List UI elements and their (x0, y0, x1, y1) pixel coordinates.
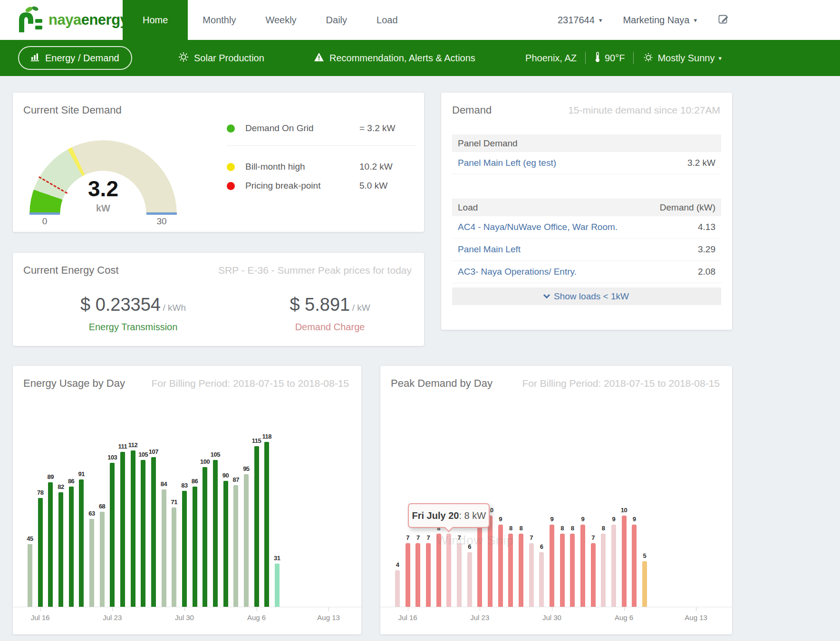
tab-monthly[interactable]: Monthly (188, 0, 251, 40)
bar-jul-26[interactable] (141, 460, 145, 607)
tab-weekly[interactable]: Weekly (251, 0, 311, 40)
bar-jul-30[interactable] (550, 525, 554, 607)
weather-dropdown[interactable]: Mostly Sunny ▾ (642, 52, 722, 65)
axis-tick-label: Aug 6 (247, 613, 266, 622)
nayaenergy-logo-icon[interactable] (16, 6, 45, 34)
bar-aug-6[interactable] (622, 516, 627, 607)
load-link[interactable]: AC4 - Naya/NuWave Office, War Room. (458, 222, 618, 232)
bar-jul-29[interactable] (539, 552, 544, 607)
bar-jul-21[interactable] (457, 543, 462, 607)
bar-jul-15[interactable] (28, 544, 32, 607)
site-id-dropdown[interactable]: 2317644 ▾ (558, 15, 602, 26)
billing-period-subtitle: For Billing Period: 2018-07-15 to 2018-0… (151, 378, 349, 389)
legend-row-bill-month-high: Bill-month high 10.2 kW (227, 157, 416, 176)
tab-load[interactable]: Load (362, 0, 413, 40)
bar-jul-19[interactable] (69, 487, 74, 607)
rate-plan-subtitle: SRP - E-36 - Summer Peak prices for toda… (218, 265, 412, 276)
bar-aug-3[interactable] (223, 481, 228, 607)
bar-aug-5[interactable] (611, 525, 616, 607)
axis-tick-label: Aug 13 (685, 613, 707, 622)
bar-jul-17[interactable] (415, 543, 420, 607)
bar-jul-18[interactable] (58, 492, 63, 607)
bar-value-label: 68 (94, 503, 111, 510)
tab-home[interactable]: Home (123, 0, 188, 40)
bar-jul-31[interactable] (193, 487, 197, 607)
bar-aug-8[interactable] (275, 564, 280, 607)
location-label: Phoenix, AZ (525, 53, 577, 64)
bar-jul-25[interactable] (131, 450, 135, 607)
bar-aug-4[interactable] (233, 485, 238, 607)
bar-jul-15[interactable] (395, 570, 400, 607)
bar-aug-4[interactable] (601, 534, 606, 607)
bar-aug-2[interactable] (213, 460, 218, 607)
panel-value: 3.2 kW (687, 158, 715, 168)
bar-aug-1[interactable] (203, 467, 207, 607)
axis-tick-label: Aug 13 (317, 613, 340, 622)
tooltip-value: : 8 kW (459, 510, 486, 521)
bar-value-label: 118 (258, 433, 275, 440)
bar-value-label: 7 (523, 534, 540, 541)
bar-jul-27[interactable] (151, 457, 156, 607)
chevron-down-icon: ▾ (718, 55, 722, 62)
panel-link[interactable]: Panel Main Left (eg test) (458, 158, 556, 168)
axis-tick (257, 607, 257, 611)
bar-value-label: 87 (227, 476, 244, 483)
subnav-item-recommendations[interactable]: Recommendation, Alerts & Actions (314, 40, 475, 76)
subnav-item-energy-demand[interactable]: Energy / Demand (18, 46, 132, 70)
show-loads-button[interactable]: Show loads < 1kW (452, 287, 721, 305)
bar-jul-16[interactable] (406, 543, 410, 607)
legend-row-demand-on-grid: Demand On Grid = 3.2 kW (227, 119, 416, 138)
red-dot-icon (227, 182, 235, 190)
bar-aug-6[interactable] (254, 446, 259, 607)
demand-list-card: Demand 15-minute demand since 10:27AM Pa… (441, 93, 732, 330)
load-link[interactable]: Panel Main Left (458, 244, 521, 255)
edit-icon[interactable] (718, 13, 729, 27)
bar-jul-22[interactable] (467, 552, 472, 607)
bar-value-label: 5 (636, 552, 653, 559)
account-dropdown[interactable]: Marketing Naya ▾ (623, 15, 697, 26)
screenshot-watermark: Window Snip (436, 533, 514, 548)
bar-jul-20[interactable] (79, 479, 84, 607)
bar-jul-28[interactable] (529, 543, 534, 607)
bar-jul-24[interactable] (120, 452, 125, 607)
panel-demand-header: Panel Demand (452, 134, 721, 152)
bar-jul-16[interactable] (38, 498, 43, 607)
bar-jul-22[interactable] (100, 512, 105, 607)
tab-daily[interactable]: Daily (311, 0, 362, 40)
axis-tick (624, 607, 625, 611)
bar-aug-1[interactable] (570, 534, 575, 607)
bar-jul-28[interactable] (162, 489, 166, 607)
bar-jul-27[interactable] (519, 534, 523, 607)
bar-jul-23[interactable] (477, 516, 482, 607)
energy-usage-plot: 4578898286916368103111112105107847183861… (13, 366, 361, 607)
load-link[interactable]: AC3- Naya Operations/ Entry. (458, 267, 577, 277)
bar-aug-8[interactable] (642, 561, 647, 607)
bar-jul-17[interactable] (48, 482, 53, 607)
bar-jul-29[interactable] (172, 507, 176, 607)
bar-aug-3[interactable] (591, 543, 596, 607)
brand-name[interactable]: nayaenergy (48, 0, 128, 40)
temperature-label: 90°F (605, 53, 625, 64)
bar-aug-5[interactable] (244, 474, 249, 607)
subnav-item-solar-production[interactable]: Solar Production (178, 40, 264, 76)
bar-jul-31[interactable] (560, 534, 565, 607)
bar-jul-24[interactable] (488, 516, 492, 607)
bar-jul-23[interactable] (110, 463, 115, 607)
energy-usage-xaxis: Jul 16Jul 23Jul 30Aug 6Aug 13 (13, 607, 361, 628)
bar-jul-30[interactable] (182, 491, 187, 607)
gauge-base-strip (29, 212, 60, 215)
bar-value-label: 105 (207, 451, 224, 458)
gauge-min-label: 0 (29, 216, 60, 227)
bar-aug-7[interactable] (632, 525, 637, 607)
legend-row-pricing-breakpoint: Pricing break-point 5.0 kW (227, 176, 416, 195)
sun-icon (178, 52, 189, 65)
bar-value-label: 6 (533, 543, 550, 550)
bar-aug-7[interactable] (264, 442, 269, 607)
bar-value-label: 9 (543, 516, 560, 523)
bar-jul-18[interactable] (426, 543, 431, 607)
bar-jul-21[interactable] (89, 519, 94, 607)
demand-charge-cost: $ 5.891 / kW Demand Charge (249, 295, 411, 333)
bar-value-label: 71 (165, 498, 183, 506)
bar-value-label: 89 (42, 473, 59, 480)
axis-tick-label: Jul 30 (175, 613, 194, 622)
